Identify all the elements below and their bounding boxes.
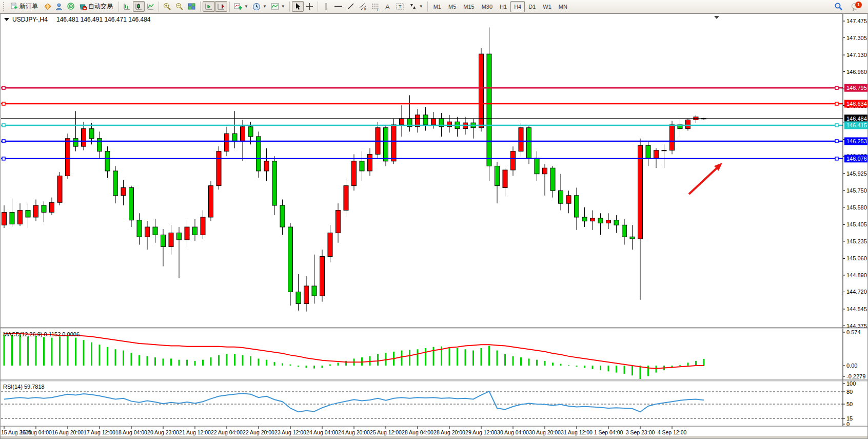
tf-W1[interactable]: W1 [539,1,555,12]
tf-MN[interactable]: MN [555,1,571,12]
svg-text:E: E [364,8,366,11]
macd-bar [417,349,419,366]
line-handle[interactable] [2,86,5,89]
macd-bar [51,338,53,366]
macd-bar [679,365,681,366]
price-label-146.484: 146.484 [846,116,867,122]
chart-shift-button[interactable] [215,1,227,12]
candle-body [582,217,587,221]
auto-scroll-button[interactable] [203,1,215,12]
crosshair-button[interactable] [304,1,315,12]
line-handle[interactable] [835,157,838,160]
fibonacci-button[interactable]: F [369,1,382,12]
svg-text:F: F [377,8,379,11]
macd-bar [123,351,124,366]
date-label: 1 Sep 04:00 [594,429,623,435]
date-label: 30 Aug 20:00 [529,429,561,435]
date-label: 16 Aug 04:00 [20,429,52,435]
profile-button[interactable] [53,1,65,12]
new-order-button[interactable]: 新订单 [8,1,42,12]
signals-button[interactable] [65,1,77,12]
candle-body [503,170,507,187]
line-handle[interactable] [2,124,5,127]
price-label-146.076: 146.076 [846,156,867,162]
tf-M1[interactable]: M1 [430,1,445,12]
text-label-icon: T [396,3,405,10]
tile-windows-button[interactable] [186,1,198,12]
auto-trading-button[interactable]: 自动交易 [77,1,116,12]
rsi-axis-label: 50 [846,401,853,407]
macd-bar [67,335,69,366]
date-label: 20 Aug 23:00 [147,429,179,435]
text-button[interactable]: A [382,1,394,12]
macd-bar [194,361,196,366]
candle-body [161,235,166,246]
candle-body [89,129,94,139]
line-handle[interactable] [835,86,838,89]
candlestick-chart-button[interactable] [133,1,145,12]
candle-body [66,139,70,176]
templates-button[interactable]: ▼ [269,1,287,12]
line-handle[interactable] [835,102,838,105]
line-handle[interactable] [835,140,838,143]
tf-M30[interactable]: M30 [478,1,496,12]
symbol-dropdown-icon[interactable] [4,18,9,21]
date-label: 16 Aug 20:00 [52,429,84,435]
tf-H4[interactable]: H4 [510,1,525,12]
fibonacci-icon: F [371,3,380,11]
macd-bar [576,366,578,367]
annotation-arrow-shaft[interactable] [689,166,719,194]
horizontal-line-button[interactable] [332,1,345,12]
price-tick-label: 147.130 [846,52,867,58]
chart-area[interactable]: 147.475147.305147.130146.960146.785146.6… [0,13,868,439]
toolbar-grip[interactable] [3,2,7,11]
tf-H1[interactable]: H1 [496,1,510,12]
notifications-button[interactable]: 1 [849,2,861,12]
price-tick-label: 144.720 [846,289,867,295]
text-label-button[interactable]: T [394,1,407,12]
candle-body [550,168,555,190]
vertical-line-button[interactable] [320,1,332,12]
tf-M15[interactable]: M15 [460,1,478,12]
candle-body [686,120,691,128]
cursor-button[interactable] [292,1,304,12]
candle-body [113,171,118,196]
line-handle[interactable] [2,102,5,105]
rsi-axis-label: 100 [846,380,856,387]
candle-body [105,151,110,171]
tf-D1[interactable]: D1 [525,1,539,12]
macd-bar [282,363,283,366]
trendline-icon [347,3,354,10]
line-handle[interactable] [2,157,5,160]
chevron-down-icon: ▼ [244,4,248,9]
profile-icon [55,3,63,10]
macd-bar [560,364,562,366]
trendline-button[interactable] [345,1,357,12]
bar-chart-button[interactable] [121,1,133,12]
macd-bar [409,350,410,366]
shift-marker-icon[interactable] [714,16,719,19]
candle-body [638,145,643,239]
macd-bar [115,349,116,366]
line-chart-button[interactable] [145,1,156,12]
favorites-button[interactable] [42,1,53,12]
indicators-button[interactable]: ▼ [232,1,250,12]
price-tick-label: 145.235 [846,238,867,244]
horizontal-line-icon [334,3,343,10]
chevron-down-icon: ▼ [419,4,423,9]
toolbar-separator [119,2,119,12]
macd-bar [457,348,458,366]
chevron-down-icon: ▼ [281,4,285,9]
line-handle[interactable] [835,124,838,127]
line-handle[interactable] [2,140,5,143]
zoom-in-button[interactable] [161,1,173,12]
tf-M5[interactable]: M5 [445,1,460,12]
equidistant-channel-button[interactable]: E [357,1,369,12]
toolbar-separator [427,2,428,12]
candle-body [97,139,102,151]
zoom-out-button[interactable] [173,1,186,12]
macd-bar [19,335,21,366]
search-button[interactable] [832,1,845,12]
arrows-button[interactable]: ▼ [407,1,425,12]
periods-button[interactable]: ▼ [250,1,269,12]
